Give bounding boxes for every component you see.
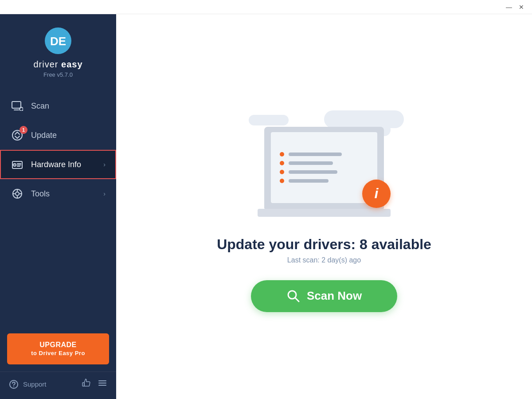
screen-line-1 (289, 153, 342, 156)
svg-rect-21 (82, 383, 84, 386)
sidebar: DE driver easy Free v5.7.0 (0, 14, 116, 399)
upgrade-button[interactable]: UPGRADE to Driver Easy Pro (7, 333, 109, 364)
sidebar-item-hardware-info-label: Hardware Info (31, 160, 81, 169)
screen-dot-1 (280, 152, 284, 156)
app-logo-icon: DE (44, 27, 72, 55)
screen-dot-4 (280, 179, 284, 183)
screen-row-3 (280, 170, 368, 174)
app-version: Free v5.7.0 (43, 71, 73, 78)
support-label: Support (23, 380, 47, 388)
sidebar-item-tools[interactable]: Tools › (0, 179, 116, 208)
sidebar-logo: DE driver easy Free v5.7.0 (0, 14, 116, 87)
titlebar: — ✕ (0, 0, 532, 14)
sidebar-item-hardware-info[interactable]: Hardware Info › (0, 150, 116, 179)
screen-line-4 (289, 179, 329, 183)
screen-dot-3 (280, 170, 284, 174)
svg-point-20 (13, 386, 14, 387)
main-subtitle: Last scan: 2 day(s) ago (287, 256, 361, 264)
tools-icon (11, 187, 24, 200)
main-title: Update your drivers: 8 available (217, 236, 431, 253)
screen-line-3 (289, 170, 337, 174)
minimize-button[interactable]: — (504, 2, 514, 12)
svg-rect-2 (12, 102, 21, 108)
svg-line-5 (23, 110, 23, 111)
scan-now-icon (286, 289, 301, 303)
scan-now-label: Scan Now (307, 289, 362, 303)
screen-row-2 (280, 161, 368, 165)
laptop-screen-inner (271, 132, 377, 203)
svg-line-26 (295, 298, 299, 301)
svg-text:DE: DE (50, 35, 66, 48)
support-icon (9, 379, 19, 389)
support-link[interactable]: Support (9, 379, 47, 389)
cloud-decoration-3 (249, 115, 289, 125)
thumbs-up-icon[interactable] (82, 378, 91, 390)
sidebar-item-scan[interactable]: Scan (0, 91, 116, 121)
screen-row-4 (280, 179, 368, 183)
scan-icon (11, 99, 24, 113)
svg-point-14 (16, 192, 19, 196)
laptop-base (258, 209, 391, 217)
upgrade-line1: UPGRADE (12, 340, 105, 350)
svg-point-9 (14, 164, 15, 165)
main-content: DE driver easy Free v5.7.0 (0, 14, 532, 399)
screen-line-2 (289, 161, 333, 165)
scan-now-button[interactable]: Scan Now (251, 280, 397, 312)
hardware-info-icon (11, 158, 24, 171)
svg-rect-3 (14, 110, 19, 110)
update-badge: 1 (20, 126, 27, 134)
screen-row-1 (280, 152, 368, 156)
hardware-info-chevron: › (103, 161, 106, 168)
screen-dot-2 (280, 161, 284, 165)
info-badge: i (362, 180, 391, 208)
sidebar-item-scan-label: Scan (31, 102, 49, 111)
upgrade-line2: to Driver Easy Pro (12, 350, 105, 357)
sidebar-nav: Scan Update 1 (0, 87, 116, 329)
close-button[interactable]: ✕ (516, 2, 527, 12)
sidebar-item-update-label: Update (31, 131, 57, 140)
menu-icon[interactable] (98, 378, 107, 390)
sidebar-footer: Support (0, 372, 116, 399)
main-panel: i Update your drivers: 8 available Last … (116, 14, 532, 399)
illustration: i (231, 102, 417, 226)
app-window: — ✕ DE driver easy Free v5.7.0 (0, 0, 532, 399)
app-name: driver easy (33, 59, 82, 70)
sidebar-item-tools-label: Tools (31, 189, 50, 199)
sidebar-item-update[interactable]: Update 1 (0, 121, 116, 150)
tools-chevron: › (103, 190, 106, 197)
footer-actions (82, 378, 107, 390)
